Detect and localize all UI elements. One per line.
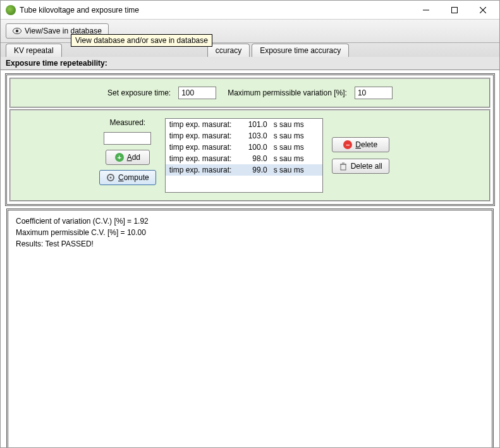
close-button[interactable] bbox=[468, 1, 497, 19]
measured-input[interactable] bbox=[104, 132, 151, 145]
delete-label-u: D bbox=[355, 140, 361, 149]
delete-label-rest: elete bbox=[361, 140, 377, 149]
minus-icon: – bbox=[343, 140, 352, 149]
delete-button[interactable]: – Delete bbox=[332, 137, 389, 152]
add-label-u: A bbox=[127, 153, 132, 162]
window-title: Tube kilovoltage and exposure time bbox=[20, 6, 412, 15]
svg-rect-1 bbox=[451, 7, 457, 13]
list-item[interactable]: timp exp. masurat: 100.0 s sau ms bbox=[166, 142, 322, 153]
section-title: Exposure time repeteability: bbox=[1, 57, 499, 70]
measurements-list[interactable]: timp exp. masurat: 101.0 s sau ms timp e… bbox=[165, 118, 323, 193]
measurement-row: Measured: + Add Compute timp exp. masura… bbox=[9, 109, 491, 202]
compute-button[interactable]: Compute bbox=[99, 170, 156, 185]
svg-point-5 bbox=[16, 30, 18, 32]
svg-point-7 bbox=[110, 177, 112, 179]
measured-label: Measured: bbox=[110, 118, 146, 127]
max-variation-input[interactable] bbox=[355, 87, 393, 99]
gear-icon bbox=[106, 173, 115, 182]
tab-accuracy-partial[interactable]: ccuracy bbox=[207, 44, 250, 57]
tooltip: View database and/or save in database bbox=[71, 34, 212, 47]
exposure-settings-row: Set exposure time: Maximum permissible v… bbox=[9, 78, 491, 108]
list-item[interactable]: timp exp. masurat: 99.0 s sau ms bbox=[166, 164, 322, 176]
svg-rect-8 bbox=[341, 164, 346, 170]
set-exposure-input[interactable] bbox=[178, 87, 216, 99]
delete-all-button[interactable]: Delete all bbox=[332, 159, 389, 174]
results-panel: Coefficient of variation (C.V.) [%] = 1.… bbox=[6, 209, 494, 448]
add-button[interactable]: + Add bbox=[106, 150, 150, 165]
title-bar: Tube kilovoltage and exposure time bbox=[1, 1, 499, 20]
result-max-cv: Maximum permissible C.V. [%] = 10.00 bbox=[16, 227, 484, 238]
minimize-button[interactable] bbox=[412, 1, 440, 19]
max-variation-label: Maximum permissible variation [%]: bbox=[228, 88, 347, 97]
maximize-button[interactable] bbox=[440, 1, 468, 19]
result-status: Results: Test PASSED! bbox=[16, 238, 484, 250]
plus-icon: + bbox=[115, 153, 124, 162]
app-icon bbox=[6, 5, 16, 15]
compute-label-rest: ompute bbox=[124, 173, 149, 182]
tab-kv-repeat[interactable]: KV repeatal bbox=[6, 44, 62, 57]
result-cv: Coefficient of variation (C.V.) [%] = 1.… bbox=[16, 215, 484, 227]
list-item[interactable]: timp exp. masurat: 103.0 s sau ms bbox=[166, 130, 322, 142]
list-item[interactable]: timp exp. masurat: 101.0 s sau ms bbox=[166, 119, 322, 130]
trash-icon bbox=[339, 162, 348, 171]
set-exposure-label: Set exposure time: bbox=[107, 88, 171, 97]
compute-label-u: C bbox=[118, 173, 124, 182]
tab-exposure-accuracy[interactable]: Exposure time accuracy bbox=[252, 44, 349, 57]
add-label-rest: dd bbox=[132, 153, 140, 162]
list-item[interactable]: timp exp. masurat: 98.0 s sau ms bbox=[166, 153, 322, 164]
delete-all-label: Delete all bbox=[351, 162, 382, 171]
eye-icon bbox=[13, 28, 21, 34]
